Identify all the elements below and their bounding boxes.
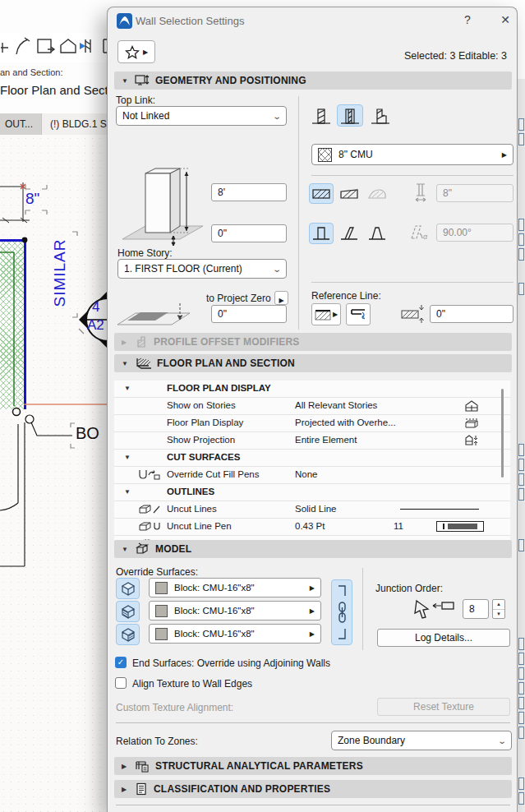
dimension-tool-icon — [1, 43, 8, 53]
pen-color-chip[interactable] — [436, 521, 484, 532]
divider — [311, 282, 513, 283]
collapse-arrow-icon: ▼ — [124, 385, 131, 392]
spline-tool-icon — [16, 38, 30, 54]
relation-to-zones-dropdown[interactable]: Zone Boundary⌄ — [331, 731, 512, 750]
composite-selector[interactable]: 8" CMU▶ — [311, 144, 513, 165]
slant-single-button[interactable] — [337, 223, 362, 244]
wall-type-basic-button[interactable] — [309, 104, 334, 127]
flyout-arrow-icon: ▶ — [310, 607, 315, 615]
divider — [311, 175, 513, 176]
tab-layout[interactable]: OUT... — [0, 113, 41, 135]
list-subheader[interactable]: ▼ CUT SURFACES — [114, 450, 510, 467]
slant-vertical-button[interactable] — [309, 223, 334, 244]
offset-reference-flyout-button[interactable]: ▶ — [274, 291, 288, 305]
dimension-text[interactable]: 8" — [25, 190, 39, 208]
reference-offset-icon — [400, 303, 425, 325]
wall-bottom-offset-field[interactable]: 0" — [211, 224, 287, 242]
classification-section-icon — [135, 782, 148, 796]
dialog-title: Wall Selection Settings — [136, 15, 244, 27]
list-item-uncut-lines: Uncut Lines Solid Line — [114, 501, 510, 519]
slant-angle-icon: α — [408, 223, 431, 242]
surface-bottom-button[interactable] — [116, 624, 140, 645]
list-item-show-on-stories: Show on Stories All Relevant Stories — [114, 398, 510, 415]
help-button[interactable]: ? — [459, 13, 476, 26]
reference-offset-field[interactable]: 0" — [430, 305, 513, 323]
cross-section-complex-button[interactable] — [365, 183, 389, 204]
divider — [116, 722, 510, 723]
section-geometry-positioning[interactable]: ▼ GEOMETRY AND POSITIONING — [114, 72, 512, 90]
favorites-button[interactable]: ▶ — [117, 40, 155, 63]
end-surfaces-checkbox[interactable]: ✓ — [115, 657, 127, 668]
collapse-arrow-icon: ▼ — [122, 360, 129, 367]
show-on-stories-icon[interactable] — [464, 399, 479, 413]
base-offset-field[interactable]: 0" — [211, 305, 287, 323]
section-profile-offset-modifiers[interactable]: ▶ PROFILE OFFSET MODIFIERS — [114, 333, 512, 351]
surface-top-button[interactable] — [116, 578, 140, 599]
wall-type-profile-button[interactable] — [368, 104, 393, 127]
slant-double-button[interactable] — [365, 223, 389, 244]
reference-line-flip-button[interactable] — [346, 303, 371, 325]
similar-label[interactable]: SIMILAR — [51, 232, 69, 314]
home-icon — [61, 39, 76, 53]
side-palette-fragment — [517, 79, 525, 812]
surface-swatch — [155, 582, 168, 594]
flyout-arrow-icon: ▶ — [143, 48, 148, 56]
collapse-arrow-icon: ▼ — [124, 488, 131, 496]
section-floor-plan-and-section[interactable]: ▼ FLOOR PLAN AND SECTION — [114, 354, 512, 372]
callout-text[interactable]: BO — [76, 424, 99, 443]
align-texture-label: Align Texture to Wall Edges — [132, 678, 252, 690]
archicad-logo-icon — [117, 13, 132, 29]
collapse-arrow-icon: ▼ — [124, 454, 131, 461]
link-surfaces-button[interactable] — [331, 579, 352, 645]
list-scrollbar[interactable] — [501, 389, 504, 478]
home-story-label: Home Story: — [117, 247, 173, 259]
collapse-arrow-icon: ▼ — [122, 546, 129, 553]
cross-section-slanted-button[interactable] — [337, 183, 362, 204]
show-projection-icon[interactable] — [464, 434, 479, 447]
selection-status: Selected: 3 Editable: 3 — [404, 50, 507, 62]
end-surfaces-label: End Surfaces: Override using Adjoining W… — [132, 657, 330, 669]
wall-height-field[interactable]: 8' — [211, 183, 287, 201]
toolbar-icons[interactable] — [0, 33, 111, 62]
cross-section-straight-button[interactable] — [309, 183, 334, 204]
section-model[interactable]: ▼ MODEL — [114, 540, 512, 558]
junction-order-label: Junction Order: — [375, 583, 443, 594]
surface-selector-side[interactable]: Block: CMU-16"x8" ▶ — [149, 601, 321, 621]
flyout-arrow-icon: ▶ — [310, 630, 315, 638]
section-classification-and-properties[interactable]: ▶ CLASSIFICATION AND PROPERTIES — [114, 780, 512, 798]
home-story-dropdown[interactable]: 1. FIRST FLOOR (Current)⌄ — [117, 259, 287, 279]
profile-offset-section-icon — [135, 335, 148, 348]
log-details-button[interactable]: Log Details... — [377, 629, 510, 647]
top-link-label: Top Link: — [116, 95, 155, 106]
junction-order-field[interactable]: 8 — [463, 599, 489, 619]
surface-selector-top[interactable]: Block: CMU-16"x8" ▶ — [149, 578, 321, 597]
wall-type-composite-button[interactable] — [337, 104, 363, 127]
list-subheader[interactable]: ▼ OUTLINES — [114, 484, 510, 501]
wall-thickness-field: 8" — [436, 184, 513, 202]
chevron-down-icon: ⌄ — [272, 265, 282, 274]
section-structural-analytical-parameters[interactable]: ▶ STRUCTURAL ANALYTICAL PARAMETERS — [114, 757, 512, 775]
surface-side-button[interactable] — [116, 601, 140, 622]
chevron-down-icon: ⌄ — [272, 112, 282, 121]
top-link-dropdown[interactable]: Not Linked⌄ — [116, 106, 287, 126]
align-texture-checkbox[interactable] — [115, 677, 127, 689]
surface-selector-bottom[interactable]: Block: CMU-16"x8" ▶ — [149, 624, 321, 644]
flyout-arrow-icon: ▶ — [279, 297, 283, 304]
fit-frame-icon — [38, 39, 51, 53]
tab-building[interactable]: (!) BLDG.1 S — [41, 113, 108, 135]
reference-line-side-button[interactable]: ▶ — [311, 303, 341, 325]
floor-plan-display-icon[interactable] — [464, 417, 479, 430]
drawing-canvas[interactable]: 8" SIMILAR 4 A2 BO — [0, 135, 108, 812]
surface-swatch — [155, 628, 168, 640]
list-item-override-cut-fill-pens: Override Cut Fill Pens None — [114, 467, 510, 484]
junction-order-stepper[interactable]: ▲▼ — [492, 599, 505, 619]
background-tab-bar: OUT... (!) BLDG.1 S — [0, 113, 108, 135]
background-toolbar — [0, 33, 111, 62]
wall-tool-icon — [85, 39, 90, 53]
list-item-uncut-line-pen: Uncut Line Pen 0.43 Pt 11 — [114, 519, 510, 536]
close-button[interactable]: ✕ — [497, 13, 513, 26]
line-type-sample[interactable] — [400, 509, 479, 510]
blue-arrow-icon — [80, 43, 85, 49]
list-item-show-projection: Show Projection Entire Element — [114, 432, 510, 450]
list-subheader[interactable]: ▼ FLOOR PLAN DISPLAY — [114, 381, 510, 398]
